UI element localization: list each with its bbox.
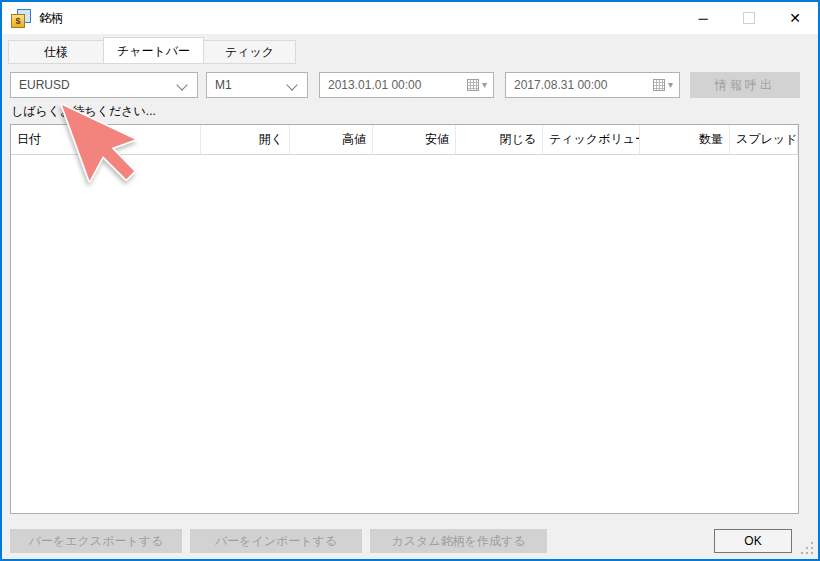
- calendar-dropdown-icon: ▾: [668, 79, 673, 91]
- column-header-2[interactable]: 開く: [201, 125, 290, 154]
- date-to-value: 2017.08.31 00:00: [514, 78, 607, 92]
- export-bars-button[interactable]: バーをエクスポートする: [10, 529, 182, 553]
- date-from-picker[interactable]: 2013.01.01 00:00 ▾: [319, 72, 494, 98]
- column-header-1[interactable]: 日付: [11, 125, 201, 154]
- symbols-app-icon: $: [11, 9, 31, 28]
- minimize-button[interactable]: ─: [680, 2, 726, 34]
- column-header-7[interactable]: 数量: [640, 125, 730, 154]
- maximize-button: [726, 2, 772, 34]
- window-controls: ─ ✕: [680, 2, 818, 34]
- timeframe-select[interactable]: M1: [206, 72, 308, 98]
- window-title: 銘柄: [39, 10, 63, 27]
- table-body: [11, 155, 798, 515]
- tab-chart-bars[interactable]: チャートバー: [103, 37, 204, 64]
- column-header-8[interactable]: スプレッド: [730, 125, 798, 154]
- tab-specification[interactable]: 仕様: [8, 40, 104, 64]
- column-header-5[interactable]: 閉じる: [456, 125, 543, 154]
- dollar-icon: $: [11, 14, 25, 28]
- calendar-dropdown-icon: ▾: [482, 79, 487, 91]
- minimize-icon: ─: [698, 11, 707, 26]
- chevron-down-icon: [176, 79, 187, 90]
- calendar-icon: [467, 79, 479, 91]
- titlebar[interactable]: $ 銘柄 ─ ✕: [2, 2, 818, 34]
- bars-table: 日付開く高値安値閉じるティックボリューム数量スプレッド: [10, 124, 799, 514]
- maximize-icon: [743, 12, 755, 24]
- column-header-4[interactable]: 安値: [373, 125, 456, 154]
- date-from-value: 2013.01.01 00:00: [328, 78, 421, 92]
- request-button[interactable]: 情報呼出: [690, 72, 800, 98]
- chevron-down-icon: [286, 79, 297, 90]
- import-bars-button[interactable]: バーをインポートする: [190, 529, 362, 553]
- calendar-icon: [653, 79, 665, 91]
- loading-status-text: しばらくお待ちください...: [11, 103, 156, 120]
- symbol-select[interactable]: EURUSD: [10, 72, 198, 98]
- close-button[interactable]: ✕: [772, 2, 818, 34]
- symbols-dialog: $ 銘柄 ─ ✕ 仕様 チャートバー ティック EURUSD M1 2013.0…: [0, 0, 820, 561]
- resize-grip-icon[interactable]: [801, 542, 814, 555]
- symbol-select-value: EURUSD: [19, 78, 70, 92]
- date-to-picker[interactable]: 2017.08.31 00:00 ▾: [505, 72, 680, 98]
- tab-ticks[interactable]: ティック: [203, 40, 296, 64]
- timeframe-select-value: M1: [215, 78, 232, 92]
- ok-button[interactable]: OK: [714, 529, 792, 553]
- close-icon: ✕: [789, 10, 801, 26]
- column-header-3[interactable]: 高値: [290, 125, 373, 154]
- table-header: 日付開く高値安値閉じるティックボリューム数量スプレッド: [11, 125, 798, 155]
- create-custom-symbol-button[interactable]: カスタム銘柄を作成する: [370, 529, 547, 553]
- column-header-6[interactable]: ティックボリューム: [543, 125, 640, 154]
